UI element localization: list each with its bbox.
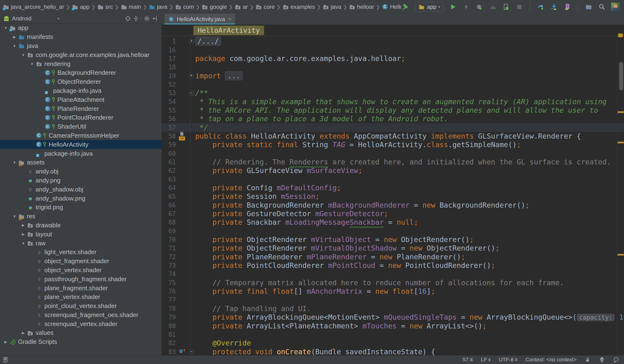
breadcrumb-item-java[interactable]: java xyxy=(323,3,341,10)
tree-item-planerenderer[interactable]: PlaneRenderer xyxy=(0,104,162,113)
tree-item-app[interactable]: ▼app xyxy=(0,24,162,32)
code-line-77[interactable]: 77 xyxy=(162,296,624,304)
project-view-selector[interactable]: Android xyxy=(12,15,31,22)
notifications-bubble-icon[interactable] xyxy=(613,357,619,363)
code-line-79[interactable]: 79 private ArrayBlockingQueue<MotionEven… xyxy=(162,313,624,321)
tree-item-camerapermissionhelper[interactable]: CameraPermissionHelper xyxy=(0,131,162,140)
code-line-68[interactable]: 68 private Snackbar mLoadingMessageSnack… xyxy=(162,218,624,227)
readonly-lock-icon[interactable] xyxy=(585,357,591,363)
error-stripe-scrollbar[interactable] xyxy=(617,36,624,356)
chevron-expanded-icon[interactable]: ▼ xyxy=(28,62,36,66)
close-icon[interactable]: × xyxy=(229,16,231,22)
tree-item-andy-obj[interactable]: andy.obj xyxy=(0,167,162,176)
tree-item-screenquad-vertex-shader[interactable]: screenquad_vertex.shader xyxy=(0,319,162,328)
search-everywhere-icon[interactable] xyxy=(598,3,606,11)
code-line-72[interactable]: 72 private PlaneRenderer mPlaneRenderer … xyxy=(162,253,624,261)
breadcrumb-item-com[interactable]: com xyxy=(175,3,194,10)
code-line-18[interactable]: 18 xyxy=(162,63,624,71)
tree-item-passthrough-fragment-shader[interactable]: passthrough_fragment.shader xyxy=(0,275,162,284)
fold-marker-plus[interactable]: + xyxy=(189,74,194,78)
tree-item-com-google-ar-core-examples-java-helloar[interactable]: ▼com.google.ar.core.examples.java.helloa… xyxy=(0,50,162,59)
profile-bars-icon[interactable] xyxy=(489,3,497,11)
breadcrumb-item-app[interactable]: app xyxy=(72,3,89,10)
breadcrumb-item-helloaractivity[interactable]: HelloArActivity xyxy=(382,3,402,10)
file-warning-indicator[interactable] xyxy=(618,33,623,37)
tree-item-shaderutil[interactable]: ShaderUtil xyxy=(0,122,162,131)
scrollbar-thumb[interactable] xyxy=(619,62,623,90)
fold-marker-end[interactable] xyxy=(190,126,193,129)
code-line-1[interactable]: 1+/.../ xyxy=(162,37,624,46)
settings-gear-icon[interactable] xyxy=(143,15,151,22)
debug-bug-icon[interactable] xyxy=(475,3,484,11)
tree-item-backgroundrenderer[interactable]: BackgroundRenderer xyxy=(0,68,162,77)
tree-item-assets[interactable]: ▼assets xyxy=(0,158,162,167)
tree-item-point-cloud-vertex-shader[interactable]: point_cloud_vertex.shader xyxy=(0,302,162,311)
chevron-expanded-icon[interactable]: ▼ xyxy=(20,241,27,245)
code-line-67[interactable]: 67 private GestureDetector mGestureDetec… xyxy=(162,209,624,218)
editor-breadcrumb-class[interactable]: HelloArActivity xyxy=(193,26,264,35)
code-line-83[interactable]: 83− protected void onCreate(Bundle saved… xyxy=(162,347,624,356)
warning-stripe-mark[interactable] xyxy=(618,111,624,113)
code-line-52[interactable]: 52 xyxy=(162,80,624,89)
code-line-74[interactable]: 74 xyxy=(162,270,624,278)
tree-item-layout[interactable]: ▶layout xyxy=(0,230,162,239)
tree-item-drawable[interactable]: ▶drawable xyxy=(0,221,162,230)
fold-marker-minus[interactable]: − xyxy=(189,350,194,354)
chevron-collapsed-icon[interactable]: ▶ xyxy=(11,35,18,39)
code-line-55[interactable]: 55 * the ARCore API. The application wil… xyxy=(162,106,624,115)
tree-item-object-vertex-shader[interactable]: object_vertex.shader xyxy=(0,266,162,275)
line-ending-widget[interactable]: LF xyxy=(481,357,491,363)
breadcrumb-item-src[interactable]: src xyxy=(97,3,113,10)
tree-item-object-fragment-shader[interactable]: object_fragment.shader xyxy=(0,257,162,266)
tree-item-helloaractivity[interactable]: HelloArActivity xyxy=(0,140,162,149)
code-line-60[interactable]: 60 xyxy=(162,149,624,157)
tree-item-java[interactable]: ▼java xyxy=(0,42,162,51)
fold-marker-plus[interactable]: + xyxy=(189,39,194,44)
locate-target-icon[interactable] xyxy=(124,15,132,22)
tree-item-pointcloudrenderer[interactable]: PointCloudRenderer xyxy=(0,113,162,122)
code-editor[interactable]: 1+/.../1617package com.google.ar.core.ex… xyxy=(162,36,624,356)
chevron-expanded-icon[interactable]: ▼ xyxy=(11,214,18,218)
tree-item-package-info-java[interactable]: package-info.java xyxy=(0,149,162,158)
stop-square-icon[interactable] xyxy=(515,3,523,11)
code-line-81[interactable]: 81 xyxy=(162,330,624,339)
code-line-59[interactable]: 59 private static final String TAG = Hel… xyxy=(162,140,624,149)
tree-item-planeattachment[interactable]: PlaneAttachment xyxy=(0,95,162,104)
chevron-collapsed-icon[interactable]: ▶ xyxy=(2,340,9,344)
tree-item-light-vertex-shader[interactable]: light_vertex.shader xyxy=(0,248,162,257)
project-structure-icon[interactable] xyxy=(585,3,593,11)
breadcrumb-item-main[interactable]: main xyxy=(121,3,141,10)
encoding-widget[interactable]: UTF-8 xyxy=(499,357,517,363)
code-line-61[interactable]: 61 // Rendering. The Renderers are creat… xyxy=(162,158,624,166)
android-profiler-gauge-icon[interactable] xyxy=(537,3,545,11)
code-line-58[interactable]: 58public class HelloArActivity extends A… xyxy=(162,132,624,140)
code-line-76[interactable]: 76 private final float[] mAnchorMatrix =… xyxy=(162,287,624,296)
breadcrumb-item-helloar[interactable]: helloar xyxy=(349,3,374,10)
chevron-collapsed-icon[interactable]: ▶ xyxy=(20,331,27,335)
build-hammer-icon[interactable] xyxy=(401,3,410,11)
code-line-62[interactable]: 62 private GLSurfaceView mSurfaceView; xyxy=(162,166,624,175)
tree-item-gradle-scripts[interactable]: ▶Gradle Scripts xyxy=(0,338,162,346)
breadcrumb-item-java[interactable]: java xyxy=(149,3,167,10)
tree-item-plane-fragment-shader[interactable]: plane_fragment.shader xyxy=(0,284,162,293)
hide-panel-icon[interactable] xyxy=(151,15,159,22)
sdk-manager-download-icon[interactable] xyxy=(550,3,558,11)
code-line-56[interactable]: 56 * tap on a plane to place a 3d model … xyxy=(162,115,624,123)
avd-manager-device-icon[interactable] xyxy=(563,3,571,11)
highlighting-level-icon[interactable] xyxy=(599,357,605,363)
tree-item-andy-shadow-obj[interactable]: andy_shadow.obj xyxy=(0,185,162,194)
chevron-collapsed-icon[interactable]: ▶ xyxy=(20,223,27,227)
code-line-70[interactable]: 70 private ObjectRenderer mVirtualObject… xyxy=(162,235,624,244)
code-line-19[interactable]: 19+import ... xyxy=(162,71,624,80)
chevron-expanded-icon[interactable]: ▼ xyxy=(2,26,9,30)
tree-item-rendering[interactable]: ▼rendering xyxy=(0,59,162,68)
code-line-80[interactable]: 80 private ArrayList<PlaneAttachment> mT… xyxy=(162,321,624,330)
code-line-54[interactable]: 54 * This is a simple example that shows… xyxy=(162,97,624,106)
run-configuration-select[interactable]: app▾ xyxy=(415,2,444,12)
warning-stripe-mark[interactable] xyxy=(618,254,624,256)
code-line-71[interactable]: 71 private ObjectRenderer mVirtualObject… xyxy=(162,244,624,253)
breadcrumb-item-core[interactable]: core xyxy=(256,3,275,10)
fold-marker-minus[interactable]: − xyxy=(189,91,194,95)
warning-stripe-mark[interactable] xyxy=(618,142,624,143)
tree-item-andy-shadow-png[interactable]: andy_shadow.png xyxy=(0,194,162,203)
